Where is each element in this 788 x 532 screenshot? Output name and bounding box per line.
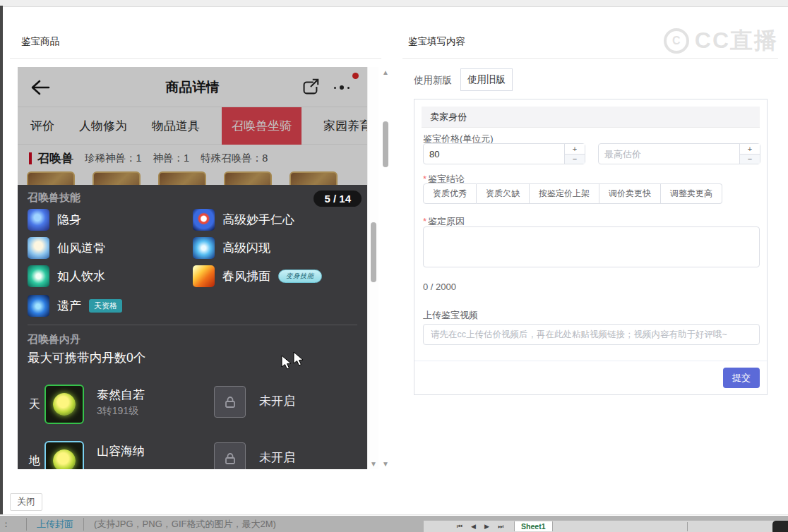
inner-scrollbar[interactable]: ▼: [367, 67, 378, 469]
sheet-nav-next-icon[interactable]: ▶: [482, 523, 491, 530]
dialog-bottom-edge: [0, 514, 788, 515]
video-link-input[interactable]: [423, 324, 760, 345]
talent-tag: 天资格: [89, 299, 122, 313]
skill-item: 如人饮水: [28, 265, 105, 287]
scroll-down-icon[interactable]: ▼: [381, 460, 390, 468]
increase-icon[interactable]: +: [740, 144, 760, 155]
watermark-text: CC直播: [695, 25, 778, 56]
scrollbar-thumb[interactable]: [371, 222, 376, 282]
right-section-divider: [402, 58, 778, 59]
skill-spring-icon: [193, 265, 215, 287]
conclusion-option-button[interactable]: 按鉴定价上架: [530, 183, 599, 204]
price-number-input: + −: [423, 143, 585, 164]
mouse-cursor-icon: [293, 351, 305, 367]
submit-button[interactable]: 提交: [723, 368, 760, 388]
cc-live-watermark: C CC直播: [664, 25, 778, 56]
summon-skill-popup: 召唤兽技能 5 / 14 隐身 仙风道骨 如人饮水 遗产 天资格 高级妙: [18, 185, 367, 469]
skill-name: 如人饮水: [57, 268, 105, 284]
scroll-up-icon[interactable]: ▲: [381, 68, 390, 76]
reason-textarea[interactable]: [423, 226, 760, 267]
neidan-row-sky: 天 泰然自若 3转191级 未开启: [18, 385, 367, 427]
skill-heal-icon: [193, 209, 215, 231]
window-left-edge: [0, 6, 3, 515]
orb-glow: [53, 393, 76, 416]
max-price-spinner: + −: [739, 144, 760, 164]
lock-icon: [214, 442, 246, 469]
cc-logo-icon: C: [664, 28, 689, 54]
max-price-number-input: + −: [598, 143, 760, 164]
skill-immortal-icon: [28, 237, 49, 259]
skill-item: 隐身: [28, 209, 81, 231]
sheet-nav-prev-icon[interactable]: ◀: [469, 523, 478, 530]
appraisal-form-card: 卖家身份 鉴宝价格(单位元) + − + − 鉴宝结论 资质优秀 资质欠缺 按鉴…: [414, 99, 768, 395]
conclusion-option-button[interactable]: 资质优秀: [423, 183, 477, 204]
appraisal-dialog-screen: 鉴宝商品 鉴宝填写内容 C CC直播 商品详情 评价 人物修为 物品道具 召唤兽…: [0, 0, 788, 532]
skill-flash-icon: [193, 237, 215, 259]
sheet-nav-last-icon[interactable]: ⏭: [496, 523, 506, 531]
skill-item: 高级妙手仁心: [193, 209, 294, 231]
orb-glow: [53, 449, 76, 469]
skill-water-icon: [28, 265, 49, 287]
conclusion-button-group: 资质优秀 资质欠缺 按鉴定价上架 调价卖更快 调整卖更高: [423, 183, 722, 204]
skill-name: 遗产: [57, 298, 81, 314]
neidan-orb-icon[interactable]: [44, 385, 84, 424]
dim-overlay: [18, 67, 367, 185]
left-section-divider: [10, 58, 381, 59]
skill-name: 仙风道骨: [57, 240, 105, 256]
window-top-strip: [0, 0, 788, 7]
right-section-title: 鉴宝填写内容: [408, 35, 465, 48]
increase-icon[interactable]: +: [565, 144, 585, 155]
skill-name: 高级妙手仁心: [222, 212, 294, 228]
form-footer: 提交: [414, 361, 767, 394]
sheet-bar-divider: [687, 522, 688, 531]
neidan-section-title: 召唤兽内丹: [28, 333, 80, 346]
neidan-level: 3转191级: [97, 405, 138, 418]
tab-use-old-version-active[interactable]: 使用旧版: [460, 68, 513, 91]
skill-item: 遗产 天资格: [28, 295, 122, 317]
close-dialog-button[interactable]: 关闭: [10, 493, 42, 511]
neidan-row-earth: 地 山容海纳 未开启: [18, 441, 367, 469]
skill-popup-title: 召唤兽技能: [28, 191, 80, 205]
neidan-orb-icon[interactable]: [44, 441, 84, 469]
popup-divider: [28, 325, 357, 325]
sheet-nav-first-icon[interactable]: ⏮: [455, 523, 465, 531]
skill-legacy-icon: [28, 295, 49, 317]
upload-cover-link[interactable]: 上传封面: [26, 518, 84, 531]
transform-skill-badge: 变身技能: [278, 270, 322, 283]
skill-name: 春风拂面: [222, 268, 270, 284]
skill-name: 隐身: [57, 212, 81, 228]
pager-badge: 5 / 14: [314, 191, 362, 207]
tab-use-new-version[interactable]: 使用新版: [414, 74, 452, 87]
price-spinner: + −: [564, 144, 585, 164]
conclusion-option-button[interactable]: 调整卖更高: [661, 183, 722, 204]
max-price-input[interactable]: [599, 144, 739, 164]
scroll-down-icon[interactable]: ▼: [369, 460, 378, 468]
sheet1-tab[interactable]: Sheet1: [514, 521, 552, 531]
skill-item: 高级闪现: [193, 237, 270, 259]
conclusion-option-button[interactable]: 资质欠缺: [477, 183, 530, 204]
corner-app-fragment: [772, 521, 788, 532]
slot-label: 天: [29, 397, 40, 412]
slot-label: 地: [29, 454, 40, 468]
price-input[interactable]: [424, 144, 564, 164]
skill-name: 高级闪现: [222, 240, 270, 256]
skill-stealth-icon: [28, 209, 49, 231]
spreadsheet-tab-bar: ⏮ ◀ ▶ ⏭ Sheet1: [424, 520, 788, 532]
conclusion-option-button[interactable]: 调价卖更快: [599, 183, 661, 204]
skill-item: 仙风道骨: [28, 237, 105, 259]
decrease-icon[interactable]: −: [565, 155, 585, 164]
upload-format-note: (支持JPG，PNG，GIF格式的图片，最大2M): [94, 518, 276, 531]
decrease-icon[interactable]: −: [740, 155, 760, 164]
locked-status: 未开启: [259, 449, 295, 466]
clipped-label-colon: ：: [1, 518, 11, 531]
left-section-title: 鉴宝商品: [21, 35, 59, 48]
neidan-name: 山容海纳: [97, 443, 145, 459]
mouse-cursor-icon: [281, 355, 293, 370]
scrollbar-thumb[interactable]: [383, 121, 388, 167]
video-label: 上传鉴宝视频: [423, 309, 478, 322]
outer-scrollbar[interactable]: ▲ ▼: [380, 67, 391, 469]
lock-icon: [214, 386, 246, 418]
neidan-capacity-text: 最大可携带内丹数0个: [28, 349, 145, 366]
skill-item: 春风拂面 变身技能: [193, 265, 322, 287]
char-counter: 0 / 2000: [423, 282, 456, 292]
